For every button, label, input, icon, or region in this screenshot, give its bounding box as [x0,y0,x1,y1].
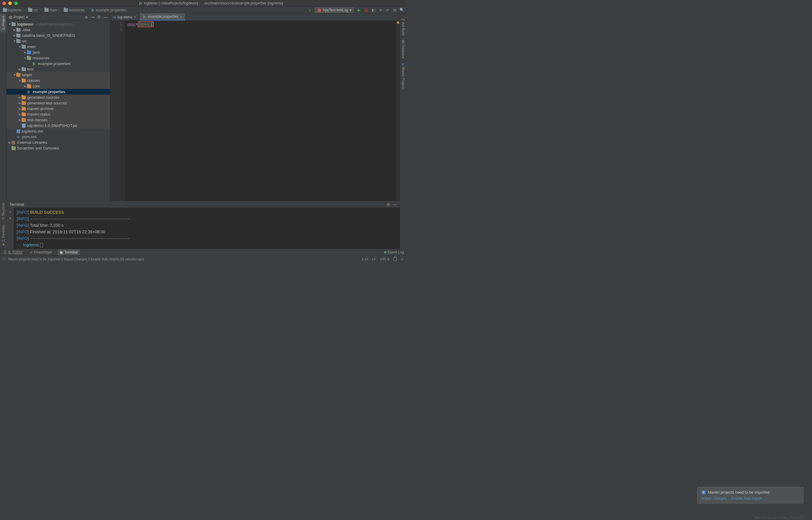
project-tool-tab[interactable]: 1: Project [0,14,6,32]
expand-icon[interactable]: ▶ [18,113,21,116]
favorites-tool-tab[interactable]: ★2: Favorites [0,222,6,249]
close-window-button[interactable] [2,1,6,5]
close-tab-icon[interactable]: × [180,14,182,19]
tree-row[interactable]: ▶ maven-status [6,111,110,117]
event-log-tab[interactable]: Event Log [384,250,404,254]
expand-icon[interactable]: ▼ [18,79,21,82]
expand-icon[interactable]: ▶ [8,141,11,144]
hide-icon[interactable]: — [104,15,108,19]
tree-row[interactable]: ▶ .idea [6,27,110,33]
tree-row[interactable]: log-demo-1.0-SNAPSHOT.jar [6,123,110,128]
tree-row[interactable]: ▶ maven-archiver [6,106,110,111]
checkstyle-tab[interactable]: ✔CheckStyle [28,250,53,254]
expand-icon[interactable]: ▶ [18,68,21,71]
search-everywhere-button[interactable]: 🔍 [400,8,404,12]
stop-button[interactable]: ■ [378,8,383,12]
folder-icon [64,8,68,12]
tree-row[interactable]: ▶ catalina.base_IS_UNDEFINED [6,33,110,38]
expand-icon[interactable]: ▼ [24,56,27,59]
terminal-header: Terminal ⚙ — [6,201,400,208]
code-line[interactable]: desc=${desc} [128,22,396,27]
breadcrumb-item[interactable]: src [28,8,38,12]
expand-icon[interactable]: ▶ [18,118,21,122]
project-tree[interactable]: ▼ logdemo ~/IdeaProjects/logdemo ▶ .idea… [6,21,110,201]
tree-row[interactable]: ▶ java [6,50,110,55]
chevron-down-icon: ▾ [350,8,351,12]
expand-icon[interactable]: ▶ [13,34,16,37]
tree-row[interactable]: ▼ resources [6,55,110,61]
tree-row[interactable]: ▼ classes [6,78,110,83]
breadcrumb-item[interactable]: main [44,8,58,12]
expand-icon[interactable]: ▼ [13,40,16,43]
expand-icon[interactable]: ▶ [18,101,21,105]
maven-projects-tab[interactable]: mMaven Projects [401,61,406,92]
gear-icon[interactable]: ⚙ [386,202,390,207]
expand-icon[interactable]: ▼ [18,45,21,48]
tree-row[interactable]: ▶ com [6,83,110,89]
todo-tab[interactable]: ☰6: TODO [2,250,24,254]
vcs-button[interactable]: ⇄ [385,8,390,12]
structure-tool-tab[interactable]: 7: Structure [0,201,6,222]
properties-icon [142,15,147,19]
expand-icon[interactable]: ▶ [24,84,27,88]
tree-row-selected[interactable]: example.properties [6,89,110,95]
expand-icon[interactable]: ▶ [18,107,21,110]
notification-dot [384,251,386,254]
database-tab[interactable]: 🗄Database [401,38,406,61]
expand-icon[interactable]: ▶ [13,28,16,31]
status-icon[interactable]: ▢ [2,257,5,261]
tree-row[interactable]: m pom.xml [6,134,110,140]
expand-icon[interactable]: ▶ [18,96,21,99]
build-icon[interactable]: ↘ [307,8,312,12]
close-tab-icon[interactable]: × [134,15,136,20]
code-area[interactable]: desc=${desc} [125,21,396,201]
tree-row[interactable]: ▶ test [6,67,110,72]
folder-icon [16,39,21,43]
expand-icon[interactable]: ▼ [8,23,11,26]
run-button[interactable]: ▶ [357,8,361,12]
tree-row[interactable]: example.properties [6,61,110,67]
tree-row[interactable]: logdemo.iml [6,128,110,134]
tree-row[interactable]: ▶ generated-test-sources [6,100,110,106]
terminal-tab[interactable]: ▣Terminal [58,249,79,255]
terminal-content[interactable]: [INFO] BUILD SUCCESS [INFO] ------------… [13,208,400,249]
expand-icon[interactable]: ▼ [13,73,16,77]
minimize-window-button[interactable] [8,1,12,5]
breadcrumb-separator: 〉 [59,7,62,12]
target-folder-icon [27,84,31,88]
chevron-down-icon[interactable]: ▾ [26,15,28,19]
tree-row[interactable]: ▼ main [6,44,110,50]
breadcrumb-item[interactable]: resources [63,8,85,12]
breadcrumb-item[interactable]: logdemo [2,8,22,12]
line-separator[interactable]: LF [372,257,376,261]
tree-row-root[interactable]: ▼ logdemo ~/IdeaProjects/logdemo [6,21,110,27]
tree-row[interactable]: ▶ test-classes [6,117,110,123]
tree-row[interactable]: ▶ External Libraries [6,140,110,145]
inspections-icon[interactable]: ☺ [401,257,404,261]
ant-build-tab[interactable]: 🐜Ant Build [401,15,406,38]
run-configuration-selector[interactable]: ⬤ AppTest.testLog ▾ [315,7,354,13]
file-encoding[interactable]: UTF-8 [380,257,389,261]
expand-icon[interactable]: ▶ [24,51,27,54]
tree-row[interactable]: Scratches and Consoles [6,145,110,151]
gear-icon[interactable]: ⚙ [97,15,101,19]
locate-icon[interactable]: ⊕ [85,15,88,19]
new-session-icon[interactable]: ＋ [8,209,12,214]
jar-icon [21,124,26,128]
error-stripe[interactable] [396,21,400,201]
tree-row[interactable]: ▶ generated-sources [6,95,110,100]
warning-marker[interactable] [397,21,399,24]
coverage-button[interactable]: ◧ [371,8,376,12]
tree-row[interactable]: ▼ src [6,38,110,44]
editor-tab[interactable]: m log-demo × [110,14,140,21]
close-session-icon[interactable]: ✕ [8,216,12,220]
collapse-icon[interactable]: ⇥ [91,15,94,19]
breadcrumb-item[interactable]: example.properties [90,8,127,12]
lock-icon[interactable] [394,257,397,261]
tree-row[interactable]: ▼ target [6,72,110,78]
debug-button[interactable]: 🐞 [364,8,368,12]
hide-icon[interactable]: — [393,202,397,207]
project-structure-button[interactable]: ▤ [393,8,397,12]
editor-tab-active[interactable]: example.properties × [140,14,186,21]
maximize-window-button[interactable] [14,1,18,5]
